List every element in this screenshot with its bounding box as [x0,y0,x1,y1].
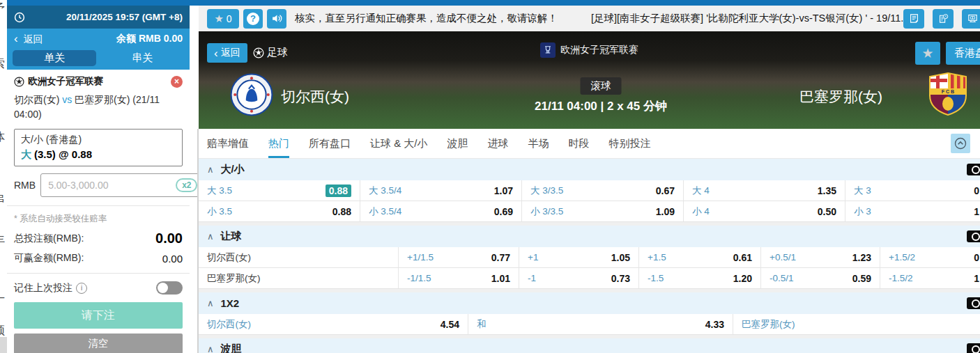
odds-cell[interactable]: -10.73 [519,268,639,288]
odds-cell[interactable]: 小 3/3.51.09 [522,201,684,221]
odds-value: 1.23 [852,252,871,263]
odds-cell[interactable]: +1.50.61 [639,247,761,267]
odds-cell[interactable]: +1/1.50.77 [399,247,519,267]
betslip-balance-row: ‹ 返回 余额 RMB 0.00 [7,29,190,49]
market-section-header[interactable]: ∧波胆 [199,338,980,353]
market-section-title: 大/小 [221,163,245,176]
odds-cell[interactable]: 小 3.50.88 [199,201,360,221]
results-button[interactable] [962,9,980,29]
odds-row: 巴塞罗那(女)-1/1.51.01-10.73-1.51.20-0.5/10.5… [199,268,980,289]
announcement-sound-button[interactable] [267,9,286,29]
odds-cell[interactable]: +1.5/20 [880,247,980,267]
odds-value: 0.61 [733,252,752,263]
help-button[interactable]: ? [243,9,263,29]
market-tab[interactable]: 热门 [268,129,289,158]
news-button[interactable] [903,9,924,29]
selection-box: 大/小 (香港盘) 大(3.5) @ 0.88 [14,129,183,166]
info-icon[interactable]: i [76,283,87,294]
odds-value: 1.05 [611,252,630,263]
potential-win-value: 0.00 [162,253,183,265]
news-icon [908,13,920,24]
remove-selection-icon[interactable]: × [171,76,183,88]
market-tab[interactable]: 时段 [569,129,590,158]
odds-value: 0.77 [491,252,510,263]
market-tab[interactable]: 波胆 [447,129,468,158]
league-title: 欧洲女子冠军联赛 [199,42,980,58]
selection-odds: (3.5) @ 0.88 [34,148,92,160]
stream-eye-icon[interactable] [967,343,980,353]
odds-cell[interactable]: +11.05 [519,247,639,267]
market-section-header[interactable]: ∧1X2 [199,292,980,314]
remember-toggle[interactable] [156,281,183,295]
collapse-section-icon[interactable]: ∧ [207,298,214,308]
odds-cell[interactable]: -1.5/21 [880,268,980,288]
odds-value: 1.20 [733,273,752,284]
collapse-section-icon[interactable]: ∧ [207,164,214,175]
current-datetime: 20/11/2025 19:57 (GMT +8) [66,12,183,22]
rail-fragment: 十 [0,291,5,307]
star-icon: ★ [921,45,933,61]
odds-cell[interactable]: 大 3.5/41.07 [360,180,522,201]
odds-cell[interactable]: 大 3/3.50.67 [522,180,684,201]
rail-fragment: 丰 [0,232,5,248]
divider [7,273,190,274]
odds-cell[interactable]: 小 3.5/40.69 [360,201,522,221]
betslip-back-button[interactable]: ‹ 返回 [14,33,43,46]
away-team: 巴塞罗那(女) [75,94,130,105]
market-tab[interactable]: 所有盘口 [309,129,351,158]
clear-bet-button[interactable]: 清空 [14,334,183,353]
main-area: ★ 0 ? 核实，直至另行通知正确赛果，造成不便之处，敬请谅解！[足球][南非女… [199,6,980,353]
odds-value: 0.69 [494,206,513,217]
stream-eye-icon[interactable] [967,297,980,309]
market-section-header[interactable]: ∧让球 [199,226,980,247]
stream-eye-icon[interactable] [967,164,980,175]
collapse-section-icon[interactable]: ∧ [207,231,214,242]
betslip-body: 欧洲女子冠军联赛 × 切尔西(女) vs 巴塞罗那(女) (21/11 04:0… [7,70,190,353]
market-section-header[interactable]: ∧大/小 [199,159,980,180]
odds-cell[interactable]: 巴塞罗那(女) [733,314,980,334]
rail-scroll-thumb[interactable] [0,337,7,353]
rail-fragment: 体 [0,129,5,145]
odds-value: 0.59 [852,273,871,284]
rail-fragment: 频 [0,322,5,338]
top-accent-strip [7,0,980,6]
place-bet-button[interactable]: 请下注 [14,302,183,329]
stream-eye-icon[interactable] [967,230,980,242]
odds-cell[interactable]: 大 3.50.88 [199,180,360,201]
odds-cell[interactable]: 大 41.35 [684,180,845,201]
currency-label: RMB [14,180,36,191]
favorite-match-button[interactable]: ★ [915,42,940,65]
tab-single-bet[interactable]: 单关 [13,50,96,66]
market-tab[interactable]: 进球 [488,129,509,158]
odds-row: 小 3.50.88小 3.5/40.69小 3/3.51.09小 40.50小 … [199,201,980,222]
odds-cell[interactable]: 小 40.50 [684,201,845,221]
stake-input[interactable] [47,179,176,191]
selection-pick: 大 [21,148,31,160]
market-tab[interactable]: 让球 & 大/小 [370,129,428,158]
odds-cell[interactable]: 大 30 [845,180,980,201]
odds-cell[interactable]: 小 31 [845,201,980,221]
multiplier-badge[interactable]: x2 [176,178,197,192]
odds-cell[interactable]: -1/1.51.01 [399,268,519,288]
live-badge: 滚球 [581,77,622,95]
odds-value: 0.50 [818,206,836,217]
odds-type-button[interactable]: 香港盘 [946,42,980,65]
market-tab[interactable]: 赔率增值 [207,129,249,158]
auto-accept-note: * 系统自动接受较佳赔率 [14,213,183,225]
collapse-section-icon[interactable]: ∧ [207,344,214,353]
collapse-all-button[interactable] [951,134,970,153]
market-tab[interactable]: 特别投注 [609,129,651,158]
odds-cell[interactable]: -1.51.20 [639,268,761,288]
odds-cell[interactable]: -0.5/10.59 [761,268,880,288]
tab-parlay-bet[interactable]: 串关 [100,50,184,66]
market-section-title: 波胆 [221,343,242,353]
market-tab[interactable]: 半场 [528,129,549,158]
odds-cell[interactable]: 和4.33 [468,314,733,334]
odds-cell[interactable]: +0.5/11.23 [761,247,880,267]
odds-value: 1.07 [494,185,513,196]
bet-history-button[interactable] [933,9,954,29]
favorites-button[interactable]: ★ 0 [207,9,239,29]
odds-value: 0 [974,252,979,263]
results-icon [967,13,979,24]
odds-cell[interactable]: 切尔西(女)4.54 [199,314,468,334]
